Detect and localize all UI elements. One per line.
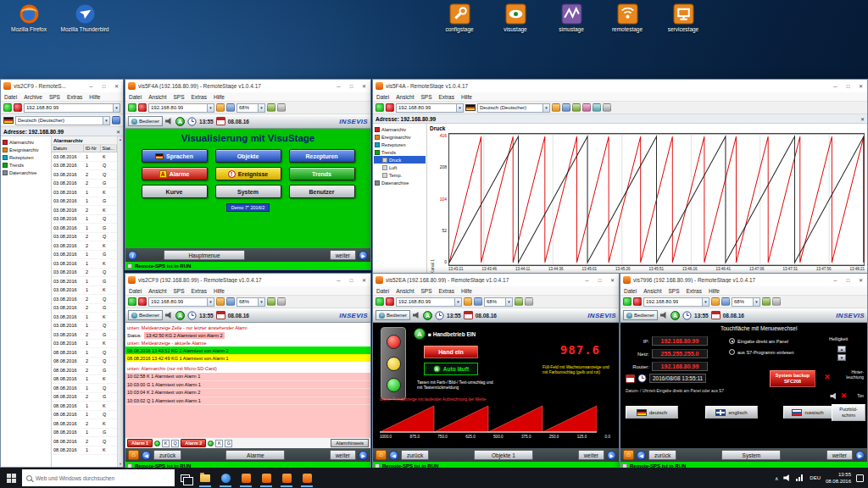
zurueck-button[interactable]: zurück: [401, 450, 429, 460]
ip-combo[interactable]: 192.168.80.99▼: [643, 297, 709, 307]
language-combo[interactable]: Deutsch (Deutscher)▼: [477, 103, 550, 113]
chevron-down-icon[interactable]: ▼: [103, 117, 109, 125]
chevron-down-icon[interactable]: ▼: [258, 104, 264, 112]
titlebar[interactable]: vis2CF9 (192.168.80.99) - RemoteStage v1…: [125, 274, 370, 286]
auto-laeuft-button[interactable]: A Auto läuft: [424, 363, 478, 375]
zurueck-button[interactable]: zurück: [648, 450, 676, 460]
auto-mode-icon[interactable]: A: [670, 311, 680, 320]
menu-item[interactable]: Hilfe: [461, 288, 472, 294]
table-row[interactable]: 03.08.2016 1 K: [52, 313, 117, 322]
weiter-button[interactable]: weiter: [330, 450, 356, 460]
putzbildschirm-button[interactable]: Putzbild- schirm: [832, 404, 865, 421]
maximize-button[interactable]: □: [97, 80, 110, 92]
tray-expand-icon[interactable]: ∧: [775, 475, 778, 481]
arrow-right-icon[interactable]: ▶: [855, 451, 865, 460]
desktop-icon-visustage[interactable]: visustage: [490, 3, 541, 32]
datetime-field[interactable]: 2016/08/08 13:55:11: [649, 374, 706, 383]
zoom-combo[interactable]: 68%▼: [484, 297, 513, 307]
rezepturen-button[interactable]: Rezepturen: [289, 149, 355, 163]
snapshot-icon[interactable]: [464, 297, 472, 306]
current-alarm-row[interactable]: 08.08.2016 13:42:49 KG 1 Alarmtext von A…: [125, 354, 370, 362]
refresh-icon[interactable]: [593, 103, 601, 112]
menu-item[interactable]: Hilfe: [214, 94, 225, 100]
table-row[interactable]: 08.08.2016 1 K: [52, 402, 117, 411]
maximize-button[interactable]: □: [345, 274, 358, 286]
alarm1-kommen-chip[interactable]: K: [162, 440, 170, 447]
deutsch-button[interactable]: deutsch: [626, 406, 678, 419]
info-icon[interactable]: i: [128, 251, 137, 260]
table-row[interactable]: 08.08.2016 1 Q: [52, 411, 117, 420]
menu-item[interactable]: Ansicht: [148, 288, 166, 294]
alarm2-chip[interactable]: Alarm 2: [181, 439, 206, 447]
radio-selected-icon[interactable]: [729, 338, 735, 344]
table-row[interactable]: 03.08.2016 2 K: [52, 241, 117, 251]
table-row[interactable]: 08.08.2016 1 Q: [52, 384, 117, 393]
minimize-button[interactable]: ─: [332, 274, 345, 286]
file-explorer-button[interactable]: [195, 468, 215, 488]
menu-item[interactable]: Ansicht: [148, 94, 166, 100]
tools-icon[interactable]: [525, 297, 533, 306]
tree-item[interactable]: Alarmarchiv: [2, 138, 50, 146]
alarme-nav-button[interactable]: Alarme: [225, 450, 285, 460]
brightness-up-button[interactable]: ▲: [837, 346, 846, 352]
archive-alarm-row[interactable]: 10:03:04 K 2 Alarmtext von Alarm 2: [125, 389, 370, 397]
export-icon[interactable]: [572, 103, 581, 112]
chevron-down-icon[interactable]: ▼: [258, 298, 264, 306]
home-icon[interactable]: ⌂: [376, 450, 387, 460]
tray-clock[interactable]: 13:55 08.08.2016: [826, 471, 851, 485]
menu-item[interactable]: Hilfe: [89, 94, 100, 100]
maximize-button[interactable]: □: [842, 274, 854, 286]
tools-icon[interactable]: [277, 297, 286, 306]
chevron-down-icon[interactable]: ▼: [207, 298, 214, 306]
titlebar[interactable]: vis2CF9 - RemoteS... ─□✕: [1, 80, 123, 92]
menu-item[interactable]: SPS: [174, 288, 185, 294]
archive-alarm-row[interactable]: 10:03:02 Q 1 Alarmtext von Alarm 1: [125, 397, 370, 406]
table-row[interactable]: 03.08.2016 2 Q: [52, 170, 117, 180]
operator-button[interactable]: Bediener: [128, 116, 163, 126]
operator-button[interactable]: Bediener: [623, 310, 658, 320]
table-row[interactable]: 08.08.2016 1 K: [52, 375, 117, 385]
remotestage-taskbar-button-2[interactable]: [256, 468, 276, 488]
volume-icon[interactable]: [783, 474, 791, 481]
chevron-down-icon[interactable]: ▼: [542, 104, 549, 112]
objekte-button[interactable]: Objekte: [215, 149, 281, 163]
archive-alarm-row[interactable]: 10:03:00 G 1 Alarmtext von Alarm 1: [125, 381, 370, 390]
table-row[interactable]: 08.08.2016 1 Q: [52, 348, 117, 358]
snapshot-icon[interactable]: [711, 297, 720, 306]
operator-button[interactable]: Bediener: [128, 310, 163, 320]
home-icon[interactable]: ⌂: [623, 450, 634, 460]
menu-item[interactable]: Hilfe: [461, 94, 472, 100]
menu-item[interactable]: Datei: [4, 94, 17, 100]
arrow-left-icon[interactable]: ◀: [389, 451, 398, 460]
snapshot-icon[interactable]: [216, 297, 225, 306]
fit-icon[interactable]: [515, 297, 523, 306]
sprachen-button[interactable]: Sprachen: [142, 149, 208, 163]
titlebar[interactable]: vis5F4A - RemoteStage v1.0.4.17 ─□✕: [373, 80, 867, 92]
table-row[interactable]: 03.08.2016 1 K: [52, 188, 117, 197]
connect-icon[interactable]: [376, 103, 384, 112]
auto-mode-icon[interactable]: A: [175, 117, 185, 126]
router-value-field[interactable]: 192.168.80.99: [652, 362, 708, 371]
chevron-down-icon[interactable]: ▼: [456, 104, 463, 112]
column-header[interactable]: ID-Nr: [84, 145, 101, 152]
system-button[interactable]: System: [215, 185, 281, 198]
speaker-icon[interactable]: [413, 312, 420, 319]
scroll-up-icon[interactable]: ▲: [119, 137, 122, 141]
close-button[interactable]: ✕: [606, 274, 619, 286]
close-button[interactable]: ✕: [110, 80, 123, 92]
chevron-down-icon[interactable]: ▼: [454, 298, 461, 306]
table-row[interactable]: 03.08.2016 2 Q: [52, 269, 117, 278]
fit-icon[interactable]: [762, 297, 771, 306]
menu-item[interactable]: Hilfe: [214, 288, 225, 294]
firefox-taskbar-button[interactable]: [215, 468, 236, 488]
benutzer-button[interactable]: Benutzer: [289, 185, 355, 198]
menu-item[interactable]: SPS: [421, 94, 432, 100]
objekte-nav-button[interactable]: Objekte 1: [474, 450, 533, 460]
language-combo[interactable]: Deutsch (Deutscher)▼: [15, 116, 110, 125]
snapshot-icon[interactable]: [552, 103, 560, 112]
table-row[interactable]: 03.08.2016 1 K: [52, 152, 117, 162]
connect-icon[interactable]: [128, 103, 136, 112]
connect-icon[interactable]: [623, 297, 632, 306]
arrow-left-icon[interactable]: ◀: [637, 451, 646, 460]
scrollbar[interactable]: ▲▼: [117, 136, 123, 467]
